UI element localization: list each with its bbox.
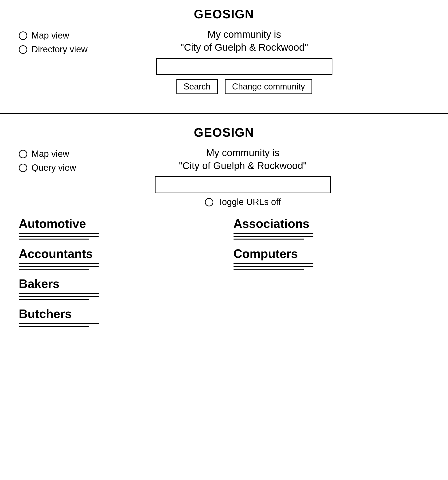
dir-line xyxy=(234,233,313,234)
dir-line xyxy=(234,266,313,267)
app-title-1: GEOSIGN xyxy=(194,7,254,21)
map-view-radio-1[interactable] xyxy=(19,31,27,40)
map-view-radio-2[interactable] xyxy=(19,150,27,158)
dir-item-lines xyxy=(234,233,429,240)
search-input-2[interactable] xyxy=(155,176,331,193)
toggle-row[interactable]: Toggle URLs off xyxy=(205,197,281,207)
dir-item-lines xyxy=(19,293,215,300)
nav-options-1: Map view Directory view xyxy=(19,30,88,55)
dir-line xyxy=(19,239,89,240)
section2: GEOSIGN Map view Query view My community… xyxy=(0,123,448,343)
nav-options-2: Map view Query view xyxy=(19,149,85,173)
dir-item-lines xyxy=(234,263,429,270)
app-title-2: GEOSIGN xyxy=(194,125,254,140)
directory-grid: Automotive Accountants Bakers xyxy=(0,207,448,334)
dir-line xyxy=(234,263,313,264)
section1-body: Map view Directory view My community is … xyxy=(0,28,448,94)
map-view-option-1[interactable]: Map view xyxy=(19,30,88,41)
list-item[interactable]: Butchers xyxy=(19,307,215,327)
query-view-option[interactable]: Query view xyxy=(19,163,85,173)
dir-item-lines xyxy=(19,233,215,240)
community-area-1: My community is "City of Guelph & Rockwo… xyxy=(88,28,448,94)
query-view-radio[interactable] xyxy=(19,164,27,172)
dir-line xyxy=(19,236,99,237)
directory-right-col: Associations Computers xyxy=(234,217,429,334)
toggle-radio[interactable] xyxy=(205,198,213,206)
dir-line xyxy=(19,293,99,294)
toggle-label: Toggle URLs off xyxy=(218,197,281,207)
dir-line xyxy=(19,299,89,300)
directory-view-label: Directory view xyxy=(31,44,88,55)
community-label-1: My community is "City of Guelph & Rockwo… xyxy=(180,28,308,54)
dir-line xyxy=(234,239,304,240)
dir-line xyxy=(19,263,99,264)
community-area-2: My community is "City of Guelph & Rockwo… xyxy=(85,147,448,207)
section1: GEOSIGN Map view Directory view My commu… xyxy=(0,0,448,104)
dir-line xyxy=(234,236,313,237)
map-view-label-1: Map view xyxy=(31,30,69,41)
list-item[interactable]: Accountants xyxy=(19,247,215,270)
dir-line xyxy=(234,269,304,270)
list-item[interactable]: Computers xyxy=(234,247,429,270)
list-item[interactable]: Bakers xyxy=(19,277,215,300)
dir-item-title: Associations xyxy=(234,217,429,231)
dir-line xyxy=(19,233,99,234)
list-item[interactable]: Associations xyxy=(234,217,429,240)
dir-item-title: Automotive xyxy=(19,217,215,231)
dir-line xyxy=(19,269,89,270)
section2-body: Map view Query view My community is "Cit… xyxy=(0,147,448,207)
section-divider xyxy=(0,113,448,114)
query-view-label: Query view xyxy=(31,163,76,173)
directory-view-option[interactable]: Directory view xyxy=(19,44,88,55)
dir-item-title: Bakers xyxy=(19,277,215,291)
dir-item-title: Computers xyxy=(234,247,429,261)
directory-view-radio[interactable] xyxy=(19,45,27,54)
dir-line xyxy=(19,296,99,297)
dir-item-lines xyxy=(19,323,215,327)
dir-item-lines xyxy=(19,263,215,270)
search-button-1[interactable]: Search xyxy=(177,79,218,94)
change-community-button-1[interactable]: Change community xyxy=(225,79,312,94)
search-input-1[interactable] xyxy=(156,58,332,75)
dir-item-title: Accountants xyxy=(19,247,215,261)
dir-item-title: Butchers xyxy=(19,307,215,321)
dir-line xyxy=(19,326,89,327)
directory-left-col: Automotive Accountants Bakers xyxy=(19,217,215,334)
button-row-1: Search Change community xyxy=(177,79,312,94)
dir-line xyxy=(19,323,99,324)
map-view-option-2[interactable]: Map view xyxy=(19,149,85,159)
map-view-label-2: Map view xyxy=(31,149,69,159)
community-label-2: My community is "City of Guelph & Rockwo… xyxy=(179,147,306,172)
dir-line xyxy=(19,266,99,267)
list-item[interactable]: Automotive xyxy=(19,217,215,240)
